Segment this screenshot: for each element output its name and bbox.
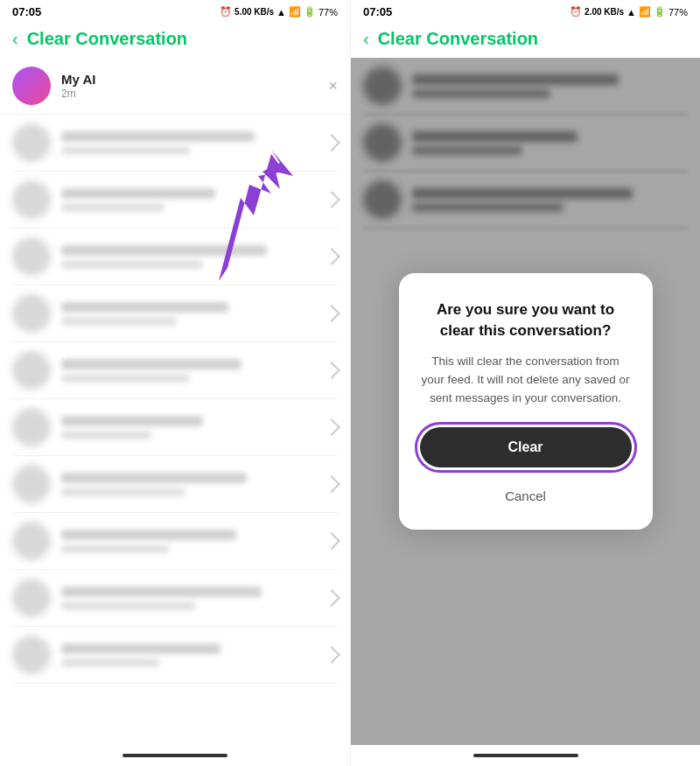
right-phone-panel: 07:05 ⏰ 2.00 KB/s ▲ 📶 🔋 77% ‹ Clear Conv… [350,0,700,766]
right-time: 07:05 [363,5,392,18]
left-status-bar: 07:05 ⏰ 5.00 KB/s ▲ 📶 🔋 77% [0,0,350,22]
right-screen-title: Clear Conversation [378,29,538,49]
battery-icon: 🔋 [654,6,666,18]
dialog-title: Are you sure you want to clear this conv… [420,299,632,341]
blur-preview-line [61,203,164,212]
my-ai-name: My AI [61,72,328,87]
right-status-bar: 07:05 ⏰ 2.00 KB/s ▲ 📶 🔋 77% [351,0,700,22]
battery-percent: 77% [668,7,688,18]
blur-name-line [61,530,236,540]
alarm-icon: ⏰ [220,6,232,18]
blur-preview-line [61,488,185,496]
data-speed: 5.00 KB/s [234,7,274,17]
blur-name-line [61,131,255,142]
blur-avatar [12,351,51,390]
blur-name-line [61,643,220,654]
blur-name-line [61,359,242,369]
chevron-right-icon [323,589,340,607]
blur-name-line [61,302,228,313]
list-item [12,285,338,342]
blur-avatar [12,636,51,674]
list-item [12,456,338,513]
blur-avatar [12,180,51,219]
chevron-right-icon [323,305,340,322]
list-item [12,627,338,684]
left-time: 07:05 [12,5,41,18]
blur-preview-line [61,601,195,610]
right-home-bar [473,754,578,757]
blur-preview-line [61,545,169,553]
right-bg-list: Are you sure you want to clear this conv… [351,58,700,745]
chevron-right-icon [323,646,340,664]
blur-name-line [61,473,247,483]
right-back-arrow-icon[interactable]: ‹ [363,29,369,49]
back-arrow-icon[interactable]: ‹ [12,29,18,49]
list-item [12,570,338,627]
blur-name-line [61,245,267,256]
battery-percent: 77% [318,7,338,18]
dialog-overlay: Are you sure you want to clear this conv… [351,58,700,745]
home-bar [122,754,228,757]
list-item [12,228,338,285]
chevron-right-icon [323,362,340,379]
clear-conversation-dialog: Are you sure you want to clear this conv… [399,273,653,530]
alarm-icon: ⏰ [570,6,582,18]
blurred-conversation-rows [0,115,350,684]
blur-preview-line [61,260,203,269]
blur-preview-line [61,146,190,155]
blur-preview-line [61,317,177,326]
blur-avatar [12,237,51,276]
blur-avatar [12,522,51,560]
my-ai-avatar [12,67,51,105]
left-status-icons: ⏰ 5.00 KB/s ▲ 📶 🔋 77% [220,6,338,18]
blur-avatar [12,408,51,446]
conversation-list: My AI 2m × [0,58,350,745]
dialog-body: This will clear the conversation from yo… [420,353,632,408]
right-status-icons: ⏰ 2.00 KB/s ▲ 📶 🔋 77% [570,6,688,18]
blur-avatar [12,579,51,617]
chevron-right-icon [323,418,340,436]
blur-preview-line [61,374,190,383]
chevron-right-icon [323,475,340,493]
my-ai-row[interactable]: My AI 2m × [0,58,350,115]
list-item [12,513,338,570]
blur-name-line [61,416,203,426]
left-screen-title: Clear Conversation [27,29,187,49]
list-item [12,399,338,456]
blur-avatar [12,123,51,162]
signal-icon: 📶 [289,6,301,18]
wifi-icon: ▲ [626,7,636,18]
chevron-right-icon [323,191,340,208]
left-phone-panel: 07:05 ⏰ 5.00 KB/s ▲ 📶 🔋 77% ‹ Clear Conv… [0,0,350,766]
signal-icon: 📶 [639,6,651,18]
blur-avatar [12,294,51,333]
blur-preview-line [61,431,151,439]
blur-name-line [61,188,215,199]
left-header: ‹ Clear Conversation [0,22,350,58]
chevron-right-icon [323,134,340,151]
close-x-icon[interactable]: × [328,77,338,95]
chevron-right-icon [323,248,340,265]
chevron-right-icon [323,532,340,550]
list-item [12,115,338,172]
blur-name-line [61,587,262,597]
right-header: ‹ Clear Conversation [351,22,700,58]
home-indicator [0,745,350,766]
wifi-icon: ▲ [276,7,286,18]
my-ai-time: 2m [61,88,328,100]
blur-avatar [12,465,51,503]
data-speed: 2.00 KB/s [584,7,624,17]
clear-button[interactable]: Clear [420,427,632,467]
battery-icon: 🔋 [304,6,316,18]
list-item [12,172,338,228]
list-item [12,342,338,399]
right-home-indicator [351,745,700,766]
blur-preview-line [61,658,159,667]
cancel-button[interactable]: Cancel [420,480,632,512]
